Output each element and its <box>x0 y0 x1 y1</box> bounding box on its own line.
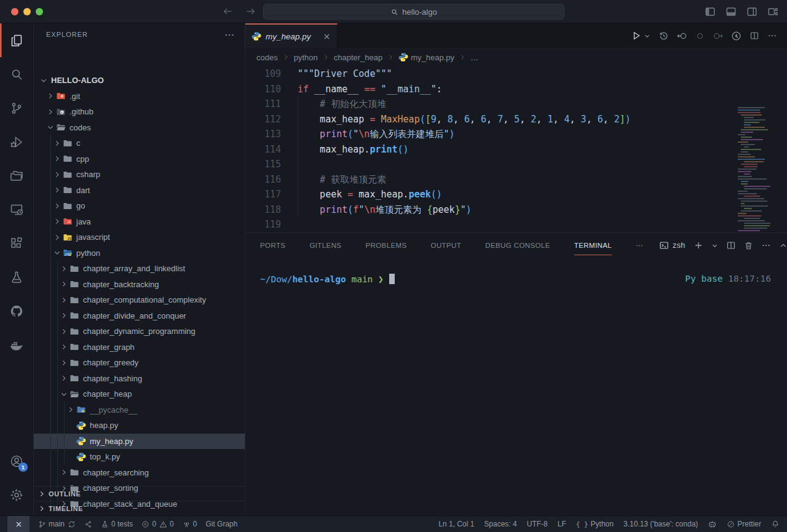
commit-graph-icon[interactable] <box>731 31 742 41</box>
tree-item-c[interactable]: c <box>34 135 245 151</box>
tree-item-chapter_backtracking[interactable]: chapter_backtracking <box>34 277 245 293</box>
panel-tab-debug-console[interactable]: DEBUG CONSOLE <box>485 242 550 249</box>
status-git-graph[interactable]: Git Graph <box>205 520 237 528</box>
tree-item-cpp[interactable]: cpp <box>34 151 245 167</box>
status-language-mode[interactable]: { }Python <box>576 520 614 528</box>
go-back-icon[interactable] <box>223 6 233 17</box>
tree-item-.github[interactable]: .github <box>34 104 245 120</box>
status-indentation[interactable]: Spaces: 4 <box>484 520 516 528</box>
split-terminal-icon[interactable] <box>726 240 736 250</box>
new-terminal-icon[interactable] <box>694 240 703 250</box>
panel-tab-terminal[interactable]: TERMINAL <box>574 242 612 249</box>
panel-tabs-more-icon[interactable]: ⋯ <box>636 241 643 250</box>
tree-item-__pycache__[interactable]: __pycache__ <box>34 402 245 418</box>
run-dropdown-icon[interactable] <box>644 33 651 39</box>
tree-item-codes[interactable]: codes <box>34 120 245 136</box>
command-center[interactable]: hello-algo <box>263 4 564 20</box>
open-changes-prev-icon[interactable] <box>677 31 687 41</box>
zoom-button[interactable] <box>36 8 43 15</box>
tree-item-chapter_divide_and_conquer[interactable]: chapter_divide_and_conquer <box>34 308 245 324</box>
close-tab-icon[interactable] <box>323 33 331 41</box>
split-editor-icon[interactable] <box>749 31 759 41</box>
breadcrumb-item[interactable]: chapter_heap <box>334 53 383 62</box>
panel-tab-problems[interactable]: PROBLEMS <box>365 242 406 249</box>
toggle-primary-sidebar-icon[interactable] <box>705 6 716 17</box>
toggle-panel-icon[interactable] <box>726 6 737 17</box>
tree-item-top_k.py[interactable]: top_k.py <box>34 449 245 465</box>
tree-item-go[interactable]: go <box>34 198 245 214</box>
tree-item-chapter_computational_complexity[interactable]: chapter_computational_complexity <box>34 292 245 308</box>
open-changes-next-icon[interactable] <box>713 31 723 41</box>
status-eol[interactable]: LF <box>558 520 566 528</box>
file-history-icon[interactable] <box>658 31 669 41</box>
status-copilot[interactable] <box>708 520 717 529</box>
kill-terminal-icon[interactable] <box>744 241 753 250</box>
minimize-button[interactable] <box>23 8 31 15</box>
activity-testing[interactable] <box>0 260 33 294</box>
activity-github[interactable] <box>0 294 33 328</box>
status-remote[interactable] <box>7 516 30 532</box>
tree-item-chapter_hashing[interactable]: chapter_hashing <box>34 371 245 387</box>
panel-tab-ports[interactable]: PORTS <box>260 242 285 249</box>
tree-item-javascript[interactable]: JSjavascript <box>34 229 245 245</box>
customize-layout-icon[interactable] <box>767 6 778 17</box>
toggle-secondary-sidebar-icon[interactable] <box>746 6 757 17</box>
minimap[interactable] <box>738 106 778 232</box>
activity-remote-explorer[interactable] <box>0 193 33 226</box>
tree-item-dart[interactable]: dart <box>34 183 245 199</box>
activity-settings[interactable] <box>0 478 33 512</box>
terminal-dropdown-icon[interactable] <box>711 242 718 249</box>
activity-explorer[interactable] <box>0 23 33 57</box>
activity-docker[interactable] <box>0 328 33 362</box>
run-python-file-icon[interactable] <box>631 31 641 41</box>
tree-item-python[interactable]: python <box>34 245 245 261</box>
tree-item-chapter_searching[interactable]: chapter_searching <box>34 465 245 481</box>
activity-accounts[interactable]: 1 <box>0 444 33 478</box>
breadcrumb-item[interactable]: … <box>470 53 478 62</box>
activity-source-control[interactable] <box>0 91 33 125</box>
status-ports[interactable]: 0 <box>183 520 197 528</box>
status-commit-graph[interactable] <box>84 520 92 528</box>
status-tests[interactable]: 0 tests <box>101 520 133 528</box>
status-problems[interactable]: 00 <box>141 520 173 528</box>
panel-tab-gitlens[interactable]: GITLENS <box>309 242 341 249</box>
breadcrumb-item[interactable]: python <box>294 53 318 62</box>
status-python-interpreter[interactable]: 3.10.13 ('base': conda) <box>623 520 698 528</box>
tree-item-my_heap.py[interactable]: my_heap.py <box>34 434 245 450</box>
tree-item-chapter_graph[interactable]: chapter_graph <box>34 339 245 355</box>
maximize-panel-icon[interactable] <box>779 241 787 250</box>
tree-item-chapter_greedy[interactable]: chapter_greedy <box>34 355 245 371</box>
breadcrumb-item[interactable]: my_heap.py <box>398 52 454 62</box>
tree-item-chapter_heap[interactable]: chapter_heap <box>34 386 245 402</box>
go-forward-icon[interactable] <box>245 6 256 17</box>
breadcrumb-item[interactable]: codes <box>256 53 278 62</box>
tree-item-chapter_dynamic_programming[interactable]: chapter_dynamic_programming <box>34 324 245 339</box>
sidebar-section-outline[interactable]: OUTLINE <box>34 486 245 501</box>
explorer-more-icon[interactable]: ⋯ <box>224 29 235 41</box>
panel-more-icon[interactable] <box>761 240 771 250</box>
activity-run-and-debug[interactable] <box>0 125 33 159</box>
tree-item-csharp[interactable]: csharp <box>34 167 245 183</box>
shell-selector[interactable]: zsh <box>659 240 686 250</box>
activity-search[interactable] <box>0 57 33 91</box>
tab-my-heap[interactable]: my_heap.py <box>245 23 338 48</box>
more-actions-icon[interactable] <box>767 31 777 41</box>
terminal[interactable]: ~/Dow/hello-algo main ❯ Py base 18:17:16 <box>245 258 787 284</box>
status-notifications[interactable] <box>771 520 780 528</box>
status-cursor-position[interactable]: Ln 1, Col 1 <box>438 520 474 528</box>
tree-item-java[interactable]: java <box>34 214 245 230</box>
close-button[interactable] <box>11 8 18 15</box>
open-changes-icon[interactable] <box>695 31 705 41</box>
activity-folders[interactable] <box>0 159 33 193</box>
status-prettier[interactable]: Prettier <box>727 520 761 528</box>
sidebar-section-timeline[interactable]: TIMELINE <box>34 501 245 515</box>
tree-item-HELLO-ALGO[interactable]: HELLO-ALGO <box>34 73 245 89</box>
code-editor[interactable]: 109"""Driver Code"""110if __name__ == "_… <box>245 66 787 232</box>
status-encoding[interactable]: UTF-8 <box>527 520 548 528</box>
tree-item-heap.py[interactable]: heap.py <box>34 418 245 434</box>
activity-extensions[interactable] <box>0 226 33 260</box>
tree-item-.git[interactable]: .git <box>34 89 245 105</box>
tree-item-chapter_array_and_linkedlist[interactable]: chapter_array_and_linkedlist <box>34 261 245 277</box>
status-git-branch[interactable]: main <box>38 520 76 528</box>
panel-tab-output[interactable]: OUTPUT <box>431 242 462 249</box>
